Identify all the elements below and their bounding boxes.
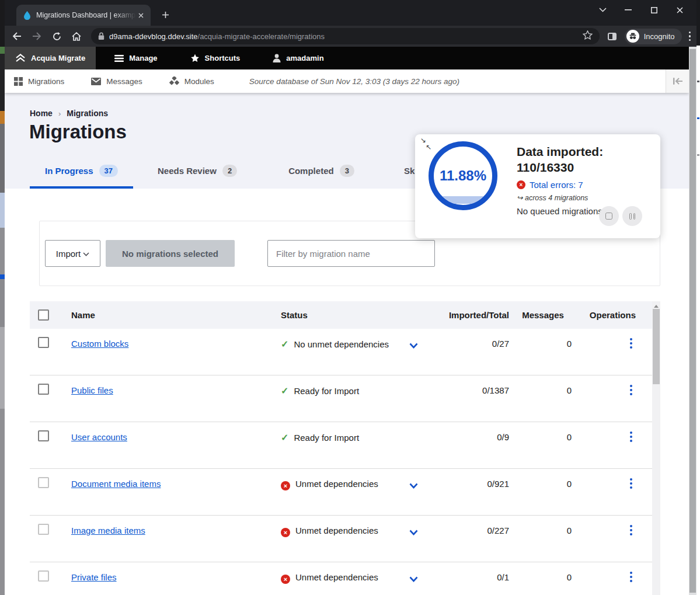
select-all-checkbox[interactable]	[38, 309, 49, 321]
browser-window: Migrations Dashboard | example	[5, 0, 696, 595]
window-chevron-icon[interactable]	[597, 5, 608, 15]
error-icon: ×	[281, 528, 290, 537]
collapse-left-icon	[673, 78, 683, 85]
scroll-up-icon[interactable]	[652, 301, 660, 309]
import-dropdown-button[interactable]: Import	[45, 240, 100, 267]
table-header-row: Name Status Imported/Total Messages Oper…	[30, 301, 660, 329]
user-icon	[273, 54, 281, 62]
migration-link[interactable]: Custom blocks	[71, 339, 128, 349]
pause-icon	[629, 213, 635, 220]
admin-item-label: Acquia Migrate	[31, 54, 85, 62]
drupal-favicon	[23, 11, 31, 20]
migration-link[interactable]: Private files	[71, 572, 117, 582]
admin-item-acquia-migrate[interactable]: Acquia Migrate	[5, 47, 96, 69]
page-content: Acquia Migrate Manage Shortcuts amadamin	[5, 47, 689, 595]
row-checkbox[interactable]	[38, 477, 49, 488]
chevron-down-icon	[83, 252, 89, 256]
admin-item-user[interactable]: amadamin	[263, 47, 333, 69]
source-database-note: Source database of Sun Nov 12, 3:03 (3 d…	[249, 77, 459, 86]
migration-link[interactable]: Public files	[71, 385, 113, 395]
row-checkbox[interactable]	[38, 524, 49, 535]
table-row: Custom blocks ✓No unmet dependencies 0/2…	[30, 329, 660, 375]
toolbar-collapse-button[interactable]	[666, 69, 689, 93]
chevron-down-icon[interactable]	[409, 574, 418, 584]
hamburger-icon	[114, 55, 124, 62]
tab-in-progress[interactable]: In Progress 37	[30, 165, 133, 189]
table-row: Private files ×Unmet dependencies 0/1 0	[30, 562, 660, 595]
reload-icon[interactable]	[49, 29, 64, 44]
side-panel-icon[interactable]	[608, 33, 617, 40]
row-checkbox[interactable]	[38, 384, 49, 395]
total-errors-link[interactable]: Total errors: 7	[530, 180, 583, 190]
tool-item-migrations[interactable]: Migrations	[5, 77, 74, 86]
background-window-right-edge	[696, 0, 700, 595]
kebab-menu-icon[interactable]	[626, 384, 636, 422]
migration-link[interactable]: User accounts	[71, 432, 127, 442]
status-text: No unmet dependencies	[294, 339, 389, 349]
admin-item-shortcuts[interactable]: Shortcuts	[181, 47, 250, 69]
row-checkbox[interactable]	[38, 337, 49, 348]
migration-link[interactable]: Image media items	[71, 526, 145, 535]
window-scrollbar[interactable]	[689, 47, 696, 595]
stop-icon	[605, 213, 612, 220]
tool-item-modules[interactable]: Modules	[160, 76, 224, 86]
chevron-down-icon[interactable]	[409, 340, 418, 350]
kebab-menu-icon[interactable]	[626, 524, 636, 562]
forward-icon[interactable]	[29, 29, 44, 44]
window-minimize-icon[interactable]	[623, 5, 633, 15]
home-icon[interactable]	[69, 29, 84, 44]
row-checkbox[interactable]	[38, 570, 49, 582]
main-area: Import No migrations selected Name Statu…	[5, 221, 689, 595]
breadcrumb-home[interactable]: Home	[30, 109, 53, 118]
url-domain: d9ama-ddevblog.ddev.site	[109, 32, 198, 41]
table-scrollbar-thumb[interactable]	[653, 309, 660, 384]
kebab-menu-icon[interactable]	[626, 477, 636, 515]
kebab-menu-icon[interactable]	[626, 430, 636, 468]
check-icon: ✓	[281, 339, 288, 349]
table-scrollbar[interactable]	[652, 301, 660, 595]
tab-count-badge: 37	[99, 165, 118, 177]
table-row: User accounts ✓Ready for Import 0/9 0	[30, 422, 660, 469]
tool-item-label: Modules	[184, 77, 214, 86]
tool-item-messages[interactable]: Messages	[82, 77, 152, 86]
chevron-down-icon[interactable]	[409, 527, 418, 537]
progress-percent: 11.88%	[434, 147, 492, 205]
imported-total-value: 0/9	[433, 422, 514, 468]
filter-input[interactable]	[267, 240, 435, 267]
no-migrations-selected-button: No migrations selected	[106, 240, 235, 267]
admin-item-label: amadamin	[286, 54, 323, 62]
new-tab-button[interactable]	[158, 7, 173, 22]
address-bar[interactable]: d9ama-ddevblog.ddev.site/acquia-migrate-…	[91, 28, 600, 44]
chevron-down-icon[interactable]	[409, 481, 418, 490]
admin-item-label: Shortcuts	[205, 54, 241, 62]
tab-count-badge: 3	[340, 165, 354, 177]
back-icon[interactable]	[9, 29, 25, 44]
collapse-arrows-icon[interactable]: ↘↖	[420, 137, 431, 151]
table-row: Image media items ×Unmet dependencies 0/…	[30, 516, 660, 562]
breadcrumb-current: Migrations	[67, 109, 108, 118]
window-scrollbar-thumb[interactable]	[689, 49, 696, 593]
admin-item-manage[interactable]: Manage	[105, 47, 166, 69]
tab-close-icon[interactable]	[136, 11, 146, 20]
bookmark-star-icon[interactable]	[583, 30, 593, 42]
pause-button[interactable]	[622, 206, 642, 226]
browser-menu-icon[interactable]	[689, 32, 691, 41]
window-close-icon[interactable]	[674, 5, 685, 15]
tab-needs-review[interactable]: Needs Review 2	[142, 165, 252, 189]
table-row: Public files ✓Ready for Import 0/1387 0	[30, 375, 660, 422]
window-maximize-icon[interactable]	[649, 5, 659, 15]
imported-total-value: 0/1387	[433, 375, 514, 422]
stop-button[interactable]	[599, 206, 619, 226]
row-checkbox[interactable]	[38, 430, 49, 441]
error-icon: ×	[517, 180, 525, 189]
browser-tab[interactable]: Migrations Dashboard | example	[16, 5, 151, 26]
kebab-menu-icon[interactable]	[626, 570, 636, 595]
import-progress-card: ↘↖ 11.88% Data imported: 110/16330 × Tot…	[415, 134, 660, 238]
incognito-icon	[626, 30, 639, 43]
migration-link[interactable]: Document media items	[71, 479, 161, 489]
kebab-menu-icon[interactable]	[626, 337, 636, 375]
table-row: Document media items ×Unmet dependencies…	[30, 469, 660, 516]
url-path: /acquia-migrate-accelerate/migrations	[198, 32, 325, 41]
grid-icon	[14, 77, 23, 86]
tab-completed[interactable]: Completed 3	[273, 165, 370, 189]
